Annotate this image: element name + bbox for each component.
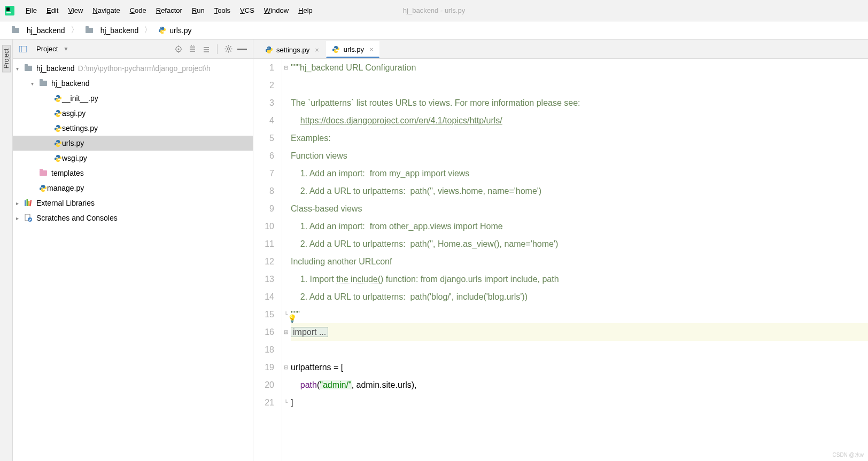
locate-icon[interactable] — [173, 44, 184, 54]
menu-bar: FileEditViewNavigateCodeRefactorRunTools… — [0, 0, 868, 21]
tree-item-asgi-py[interactable]: asgi.py — [13, 106, 253, 121]
project-panel-header: Project ▼ — — [13, 40, 253, 59]
svg-point-31 — [58, 115, 59, 116]
close-icon[interactable]: × — [369, 45, 374, 53]
editor-area: settings.py×urls.py× 1234567891011121314… — [253, 40, 868, 461]
svg-point-34 — [56, 140, 57, 141]
svg-point-47 — [269, 52, 270, 53]
svg-rect-41 — [27, 199, 28, 206]
svg-point-28 — [56, 96, 57, 96]
tree-item-wsgi-py[interactable]: wsgi.py — [13, 151, 253, 166]
project-tool-button[interactable]: Project — [2, 45, 11, 72]
editor-tab-urls-py[interactable]: urls.py× — [326, 41, 379, 58]
tool-window-rail: Project — [0, 40, 13, 461]
code-content[interactable]: """hj_backend URL ConfigurationThe `urlp… — [290, 59, 868, 461]
svg-rect-40 — [25, 200, 26, 206]
svg-point-30 — [56, 111, 57, 111]
breadcrumb-bar: hj_backend〉hj_backend〉urls.py — [0, 21, 868, 40]
svg-rect-1 — [6, 7, 10, 11]
tree-item-external-libraries[interactable]: ▸External Libraries — [13, 196, 253, 210]
dropdown-icon[interactable]: ▼ — [63, 46, 68, 52]
svg-point-39 — [43, 190, 44, 191]
svg-point-35 — [58, 145, 59, 146]
svg-point-32 — [56, 126, 57, 126]
breadcrumb-item[interactable]: urls.py — [152, 26, 197, 35]
menu-view[interactable]: View — [64, 4, 87, 17]
svg-line-25 — [230, 51, 231, 52]
menu-edit[interactable]: Edit — [42, 4, 63, 17]
svg-point-37 — [58, 160, 59, 161]
editor-tabs: settings.py×urls.py× — [253, 40, 868, 59]
window-title: hj_backend - urls.py — [403, 6, 465, 14]
tree-item-scratches-and-consoles[interactable]: ▸Scratches and Consoles — [13, 210, 253, 225]
svg-point-45 — [28, 217, 32, 222]
svg-line-24 — [226, 46, 227, 48]
menu-vcs[interactable]: VCS — [236, 4, 259, 17]
intention-bulb-icon[interactable]: 💡 — [288, 310, 297, 327]
editor-tab-settings-py[interactable]: settings.py× — [259, 41, 325, 58]
svg-point-12 — [178, 48, 180, 50]
menu-run[interactable]: Run — [188, 4, 209, 17]
close-icon[interactable]: × — [315, 46, 319, 54]
svg-rect-42 — [28, 201, 30, 206]
menu-tools[interactable]: Tools — [210, 4, 235, 17]
separator — [217, 44, 218, 54]
svg-rect-2 — [6, 12, 11, 13]
hide-icon[interactable]: — — [237, 44, 247, 54]
svg-point-46 — [267, 47, 268, 48]
svg-rect-43 — [29, 200, 32, 206]
svg-point-38 — [41, 185, 42, 186]
svg-rect-5 — [19, 46, 27, 52]
collapse-all-icon[interactable] — [201, 44, 212, 54]
svg-point-48 — [335, 46, 335, 47]
menu-code[interactable]: Code — [126, 4, 151, 17]
line-gutter: 1234567891011121314151618192021 — [253, 59, 282, 461]
breadcrumb-item[interactable]: hj_backend — [5, 26, 71, 35]
gear-icon[interactable] — [223, 44, 234, 54]
fold-column[interactable]: ⊟└⊞⊟└ — [282, 59, 290, 461]
menu-refactor[interactable]: Refactor — [152, 4, 187, 17]
project-view-icon — [18, 44, 28, 54]
expand-all-icon[interactable] — [187, 44, 198, 54]
pycharm-logo-icon — [4, 5, 15, 16]
svg-line-26 — [230, 46, 231, 48]
svg-point-29 — [58, 100, 59, 101]
project-tree[interactable]: ▾hj_backendD:\my\python-pycharm\django_p… — [13, 59, 253, 461]
menu-file[interactable]: File — [21, 4, 41, 17]
menu-window[interactable]: Window — [260, 4, 293, 17]
svg-point-19 — [227, 48, 229, 50]
tree-item-settings-py[interactable]: settings.py — [13, 121, 253, 136]
chevron-right-icon: 〉 — [71, 25, 79, 36]
main-menu: FileEditViewNavigateCodeRefactorRunTools… — [21, 4, 317, 17]
svg-point-3 — [161, 27, 161, 28]
panel-title: Project — [36, 45, 58, 53]
svg-point-36 — [56, 155, 57, 156]
code-editor[interactable]: 1234567891011121314151618192021 ⊟└⊞⊟└ ""… — [253, 59, 868, 461]
tree-item-manage-py[interactable]: manage.py — [13, 181, 253, 196]
svg-point-33 — [58, 130, 59, 131]
tree-item-hj_backend[interactable]: ▾hj_backend — [13, 76, 253, 91]
chevron-right-icon: 〉 — [144, 25, 152, 36]
tree-item-__init__-py[interactable]: __init__.py — [13, 91, 253, 106]
watermark: CSDN @水w — [833, 451, 864, 459]
menu-help[interactable]: Help — [294, 4, 317, 17]
project-panel: Project ▼ — ▾hj_backendD:\my\python-pych… — [13, 40, 253, 461]
tree-item-hj_backend[interactable]: ▾hj_backendD:\my\python-pycharm\django_p… — [13, 61, 253, 76]
breadcrumb-item[interactable]: hj_backend — [79, 26, 144, 35]
svg-line-27 — [226, 51, 227, 52]
svg-point-49 — [337, 51, 337, 52]
menu-navigate[interactable]: Navigate — [88, 4, 124, 17]
svg-point-4 — [163, 33, 164, 33]
tree-item-urls-py[interactable]: urls.py — [13, 136, 253, 151]
tree-item-templates[interactable]: templates — [13, 166, 253, 181]
